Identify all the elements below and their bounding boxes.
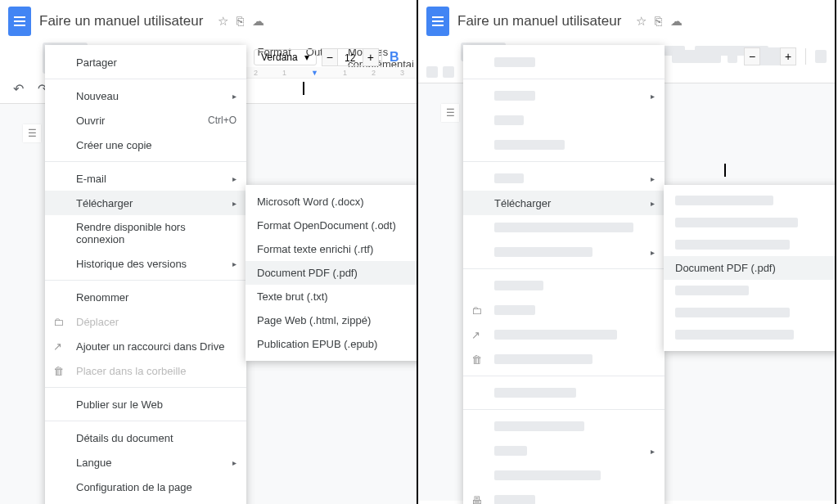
menu-publier[interactable]: Publier sur le Web — [45, 392, 246, 416]
menu-item[interactable] — [463, 463, 665, 488]
cloud-icon[interactable]: ☁ — [252, 14, 264, 29]
trash-icon: 🗑 — [471, 353, 482, 366]
document-title[interactable]: Faire un manuel utilisateur — [457, 13, 621, 29]
ruler-tick: 1 — [282, 69, 286, 77]
star-icon[interactable]: ☆ — [218, 14, 228, 29]
ruler-tick: 2 — [254, 69, 258, 77]
menu-ouvrir[interactable]: OuvrirCtrl+O — [45, 108, 246, 133]
text-cursor — [303, 82, 304, 95]
menu-partager[interactable]: Partager — [45, 50, 246, 74]
menu-item[interactable]: 🖶 — [463, 488, 665, 504]
menu-item[interactable]: 🗀 — [463, 298, 665, 322]
outline-icon[interactable]: ☰ — [441, 104, 459, 122]
menu-raccourci[interactable]: ↗Ajouter un raccourci dans Drive — [45, 334, 246, 358]
menu-item[interactable]: ▸ — [463, 439, 665, 463]
menu-item[interactable] — [463, 133, 665, 157]
undo-icon[interactable]: ↶ — [8, 79, 28, 98]
menu-item[interactable] — [463, 414, 665, 439]
menu-corbeille[interactable]: 🗑Placer dans la corbeille — [45, 358, 246, 383]
font-size[interactable]: 12 — [338, 48, 363, 66]
telecharger-submenu: Microsoft Word (.docx) Format OpenDocume… — [246, 185, 418, 361]
file-dropdown: ▸ ▸ Télécharger▸ ▸ 🗀 ↗ 🗑 ▸ 🖶 — [463, 45, 665, 504]
menu-item[interactable]: ▸ — [463, 240, 665, 264]
menu-item[interactable] — [463, 273, 665, 298]
menu-historique[interactable]: Historique des versions▸ — [45, 251, 246, 276]
move-icon[interactable]: ⎘ — [237, 14, 244, 29]
download-epub[interactable]: Publication EPUB (.epub) — [246, 332, 418, 356]
submenu-item[interactable] — [664, 324, 836, 346]
menu-imprimer[interactable]: 🖶ImprimerCtrl+P — [45, 499, 246, 504]
menu-item[interactable]: ▸ — [463, 166, 665, 191]
menu-config[interactable]: Configuration de la page — [45, 475, 246, 499]
telecharger-submenu: Document PDF (.pdf) — [664, 185, 836, 351]
font-size-increase[interactable]: + — [780, 47, 796, 65]
submenu-item[interactable] — [664, 190, 836, 212]
menu-hors-connexion[interactable]: Rendre disponible hors connexion — [45, 215, 246, 251]
font-size-decrease[interactable]: − — [744, 47, 760, 65]
chevron-right-icon: ▸ — [232, 174, 237, 183]
ruler-tick: 1 — [343, 69, 347, 77]
menu-telecharger[interactable]: Télécharger▸ — [463, 191, 665, 215]
menu-telecharger[interactable]: Télécharger▸ — [45, 191, 246, 215]
download-html[interactable]: Page Web (.html, zippé) — [246, 308, 418, 332]
download-txt[interactable]: Texte brut (.txt) — [246, 285, 418, 308]
font-family-selector[interactable]: Verdana ▾ — [254, 49, 317, 65]
submenu-item[interactable] — [664, 280, 836, 302]
docs-logo[interactable] — [426, 7, 449, 36]
link-icon: ↗ — [53, 340, 62, 353]
ruler-tick: 3 — [400, 69, 404, 77]
chevron-down-icon: ▾ — [304, 52, 309, 63]
text-cursor — [724, 164, 726, 177]
docs-logo[interactable] — [8, 7, 31, 36]
menu-langue[interactable]: Langue▸ — [45, 450, 246, 475]
menu-item[interactable] — [463, 380, 665, 405]
folder-icon: 🗀 — [471, 304, 482, 317]
submenu-item[interactable] — [664, 212, 836, 234]
file-dropdown: Partager Nouveau▸ OuvrirCtrl+O Créer une… — [45, 45, 246, 504]
font-size-increase[interactable]: + — [363, 48, 379, 66]
menu-item[interactable] — [463, 215, 665, 240]
document-title[interactable]: Faire un manuel utilisateur — [39, 13, 203, 29]
submenu-item[interactable] — [664, 234, 836, 256]
menu-item[interactable] — [463, 50, 665, 74]
print-icon: 🖶 — [471, 494, 482, 505]
download-rtf[interactable]: Format texte enrichi (.rtf) — [246, 237, 418, 261]
menu-item[interactable]: ▸ — [463, 83, 665, 108]
download-docx[interactable]: Microsoft Word (.docx) — [246, 190, 418, 214]
menu-item[interactable]: 🗑 — [463, 347, 665, 371]
menu-renommer[interactable]: Renommer — [45, 285, 246, 309]
cloud-icon[interactable]: ☁ — [670, 14, 683, 29]
menu-copie[interactable]: Créer une copie — [45, 133, 246, 157]
font-name: Verdana — [261, 52, 298, 63]
menu-details[interactable]: Détails du document — [45, 425, 246, 450]
link-icon: ↗ — [471, 329, 480, 341]
chevron-right-icon: ▸ — [232, 259, 237, 268]
ruler-tick: 2 — [372, 69, 376, 77]
chevron-right-icon: ▸ — [232, 458, 237, 467]
chevron-right-icon: ▸ — [232, 199, 237, 208]
font-size-decrease[interactable]: − — [322, 48, 338, 66]
trash-icon: 🗑 — [53, 365, 64, 377]
menu-deplacer[interactable]: 🗀Déplacer — [45, 309, 246, 334]
download-pdf[interactable]: Document PDF (.pdf) — [664, 256, 836, 280]
ruler-tick: ▼ — [311, 69, 318, 77]
menu-item[interactable] — [463, 108, 665, 133]
download-odt[interactable]: Format OpenDocument (.odt) — [246, 214, 418, 237]
submenu-item[interactable] — [664, 302, 836, 324]
chevron-right-icon: ▸ — [651, 199, 655, 208]
menu-item[interactable]: ↗ — [463, 322, 665, 347]
bold-button[interactable]: B — [385, 47, 404, 67]
folder-icon: 🗀 — [53, 316, 64, 328]
star-icon[interactable]: ☆ — [636, 14, 647, 29]
outline-icon[interactable]: ☰ — [23, 124, 41, 142]
move-icon[interactable]: ⎘ — [655, 14, 662, 29]
download-pdf[interactable]: Document PDF (.pdf) — [246, 261, 418, 285]
menu-nouveau[interactable]: Nouveau▸ — [45, 83, 246, 108]
menu-email[interactable]: E-mail▸ — [45, 166, 246, 191]
chevron-right-icon: ▸ — [232, 92, 237, 101]
